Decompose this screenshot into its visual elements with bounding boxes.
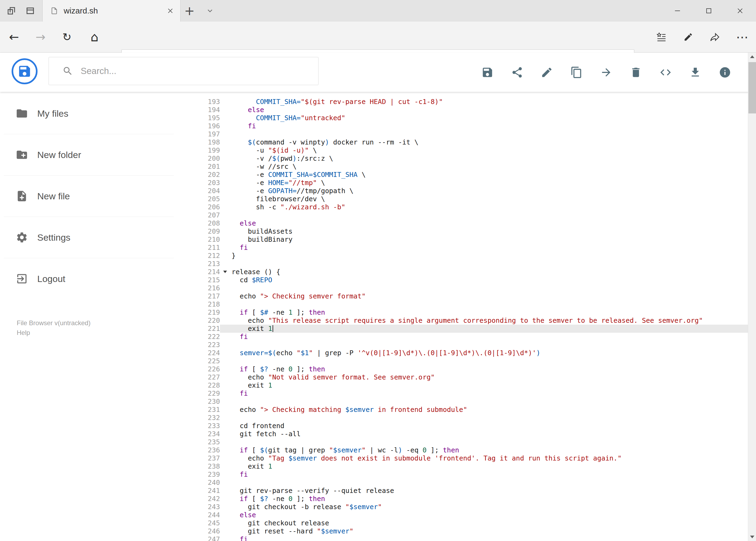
maximize-button[interactable] xyxy=(697,0,720,22)
code-line[interactable]: 196 fi xyxy=(200,122,748,130)
search-box[interactable] xyxy=(49,57,319,85)
download-button[interactable] xyxy=(689,66,701,79)
tabs-aside-icon[interactable] xyxy=(3,0,20,22)
code-line[interactable]: 232 xyxy=(200,414,748,422)
code-line[interactable]: 230 xyxy=(200,397,748,406)
home-icon[interactable]: ⌂ xyxy=(86,22,103,52)
code-line[interactable]: 205 filebrowser/dev \ xyxy=(200,195,748,203)
code-line[interactable]: 200 -v /$(pwd):/src:z \ xyxy=(200,155,748,163)
forward-icon[interactable]: → xyxy=(32,22,49,52)
sidebar-item-my-files[interactable]: My files xyxy=(0,93,200,134)
active-tab[interactable]: wizard.sh xyxy=(42,0,180,22)
code-line[interactable]: 203 -e HOME="//tmp" \ xyxy=(200,179,748,187)
code-line[interactable]: 224 semver=$(echo "$1" | grep -P '^v(0|[… xyxy=(200,349,748,357)
code-line[interactable]: 194 else xyxy=(200,106,748,114)
code-line[interactable]: 218 xyxy=(200,300,748,308)
code-line[interactable]: 217 echo "> Checking semver format" xyxy=(200,292,748,300)
tab-preview-icon[interactable] xyxy=(22,0,39,22)
code-line[interactable]: 193 COMMIT_SHA="$(git rev-parse HEAD | c… xyxy=(200,98,748,106)
search-input[interactable] xyxy=(80,66,318,76)
fold-arrow-icon[interactable] xyxy=(223,270,227,273)
back-icon[interactable]: ← xyxy=(5,22,23,52)
code-line[interactable]: 201 -w //src \ xyxy=(200,163,748,171)
hub-favorites-icon[interactable] xyxy=(652,22,670,52)
code-line[interactable]: 199 -u "$(id -u)" \ xyxy=(200,146,748,155)
info-button[interactable] xyxy=(719,66,731,79)
code-line[interactable]: 247 fi xyxy=(200,535,748,541)
code-line[interactable]: 220 echo "This release script requires a… xyxy=(200,316,748,325)
code-line[interactable]: 241 git rev-parse --verify --quiet relea… xyxy=(200,487,748,495)
code-line[interactable]: 206 sh -c "./wizard.sh -b" xyxy=(200,203,748,211)
sidebar-item-new-folder[interactable]: New folder xyxy=(0,134,200,175)
code-line[interactable]: 243 git checkout -b release "$semver" xyxy=(200,503,748,511)
code-line[interactable]: 237 echo "Tag $semver does not exist in … xyxy=(200,454,748,462)
scrollbar-thumb[interactable] xyxy=(748,62,756,114)
code-line[interactable]: 236 if [ $(git tag | grep "$semver" | wc… xyxy=(200,446,748,454)
more-options-icon[interactable]: ⋯ xyxy=(734,22,751,52)
code-line[interactable]: 197 xyxy=(200,130,748,138)
code-line[interactable]: 229 fi xyxy=(200,389,748,397)
refresh-icon[interactable]: ↻ xyxy=(58,22,76,52)
code-line[interactable]: 213 xyxy=(200,260,748,268)
sidebar-item-settings[interactable]: Settings xyxy=(0,217,200,258)
sidebar-item-logout[interactable]: Logout xyxy=(0,258,200,299)
code-line[interactable]: 246 git reset --hard "$semver" xyxy=(200,527,748,535)
copy-button[interactable] xyxy=(570,66,583,79)
sidebar: My filesNew folderNew fileSettingsLogout… xyxy=(0,92,200,541)
save-button[interactable] xyxy=(481,66,494,79)
code-line[interactable]: 244 else xyxy=(200,511,748,519)
code-line[interactable]: 211 fi xyxy=(200,244,748,252)
minimize-button[interactable] xyxy=(666,0,689,22)
code-line[interactable]: 245 git checkout release xyxy=(200,519,748,527)
code-line[interactable]: 223 xyxy=(200,341,748,349)
tab-close-icon[interactable] xyxy=(167,7,174,14)
code-line[interactable]: 221 exit 1 xyxy=(200,325,748,333)
code-line[interactable]: 226 if [ $? -ne 0 ]; then xyxy=(200,365,748,373)
code-line[interactable]: 202 -e COMMIT_SHA=$COMMIT_SHA \ xyxy=(200,171,748,179)
share-page-icon[interactable] xyxy=(707,22,724,52)
move-button[interactable] xyxy=(600,66,613,79)
line-number: 239 xyxy=(200,470,220,479)
line-number: 202 xyxy=(200,171,220,179)
code-line[interactable]: 219 if [ $# -ne 1 ]; then xyxy=(200,308,748,316)
code-line[interactable]: 227 echo "Not valid semver format. See s… xyxy=(200,373,748,381)
code-line[interactable]: 242 if [ $? -ne 0 ]; then xyxy=(200,495,748,503)
code-line[interactable]: 195 COMMIT_SHA="untracked" xyxy=(200,114,748,122)
vertical-scrollbar[interactable] xyxy=(748,53,756,541)
code-line[interactable]: 216 xyxy=(200,284,748,292)
code-line[interactable]: 214release () { xyxy=(200,268,748,276)
switch-editor-button[interactable] xyxy=(659,66,672,79)
code-line[interactable]: 234 git fetch --all xyxy=(200,430,748,438)
code-line[interactable]: 228 exit 1 xyxy=(200,381,748,389)
tab-list-chevron-icon[interactable] xyxy=(202,0,218,22)
scroll-down-arrow[interactable] xyxy=(748,533,756,541)
edit-button[interactable] xyxy=(541,66,553,79)
scroll-up-arrow[interactable] xyxy=(748,53,756,61)
code-editor[interactable]: 193 COMMIT_SHA="$(git rev-parse HEAD | c… xyxy=(200,92,748,541)
delete-button[interactable] xyxy=(630,66,642,79)
code-line[interactable]: 238 exit 1 xyxy=(200,462,748,470)
code-line[interactable]: 222 fi xyxy=(200,333,748,341)
new-tab-button[interactable]: + xyxy=(181,0,197,22)
code-text: if [ $? -ne 0 ]; then xyxy=(220,495,748,503)
web-note-pen-icon[interactable] xyxy=(680,22,697,52)
share-button[interactable] xyxy=(511,66,523,79)
code-line[interactable]: 212} xyxy=(200,252,748,260)
sidebar-item-new-file[interactable]: New file xyxy=(0,176,200,217)
help-link[interactable]: Help xyxy=(17,328,91,337)
code-line[interactable]: 204 -e GOPATH=//tmp/gopath \ xyxy=(200,187,748,195)
code-line[interactable]: 208 else xyxy=(200,219,748,228)
close-window-button[interactable] xyxy=(729,0,751,22)
code-line[interactable]: 210 buildBinary xyxy=(200,236,748,244)
code-line[interactable]: 215 cd $REPO xyxy=(200,276,748,284)
code-line[interactable]: 225 xyxy=(200,357,748,365)
code-line[interactable]: 235 xyxy=(200,438,748,446)
code-line[interactable]: 239 fi xyxy=(200,470,748,479)
code-text: echo "> Checking semver format" xyxy=(220,292,748,300)
code-line[interactable]: 231 echo "> Checking matching $semver in… xyxy=(200,406,748,414)
code-line[interactable]: 233 cd frontend xyxy=(200,422,748,430)
code-line[interactable]: 209 buildAssets xyxy=(200,228,748,236)
code-line[interactable]: 207 xyxy=(200,211,748,219)
code-line[interactable]: 240 xyxy=(200,479,748,487)
code-line[interactable]: 198 $(command -v winpty) docker run --rm… xyxy=(200,138,748,146)
